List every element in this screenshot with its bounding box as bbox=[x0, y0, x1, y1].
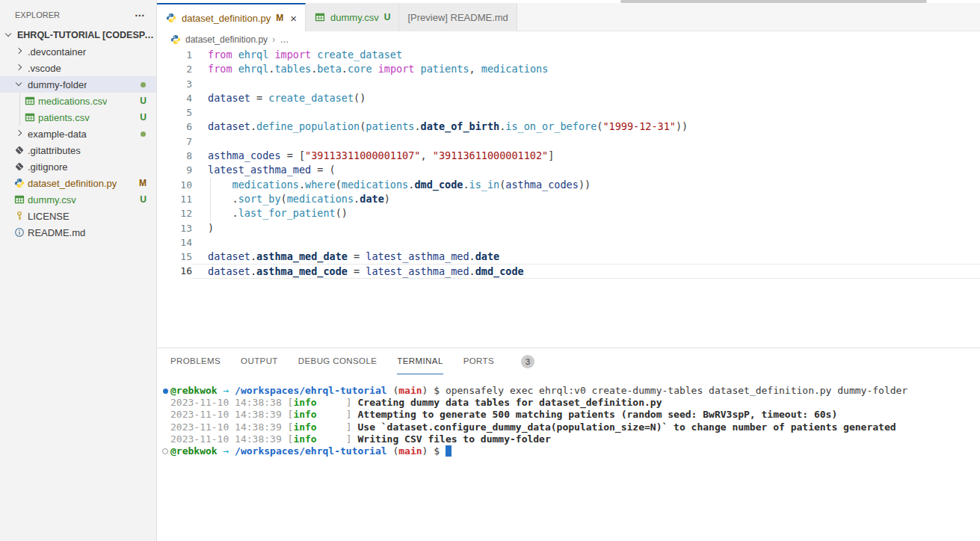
panel-tab-ports[interactable]: PORTS bbox=[463, 348, 494, 374]
tree-item-gitignore[interactable]: .gitignore bbox=[0, 158, 156, 175]
code-line-5[interactable]: 5 bbox=[157, 105, 980, 120]
csv-icon bbox=[24, 95, 36, 107]
tree-item-readme-md[interactable]: README.md bbox=[0, 224, 156, 241]
code-line-content[interactable]: .sort_by(medications.date) bbox=[192, 192, 980, 206]
python-icon bbox=[170, 34, 182, 46]
tab-preview-readme-md[interactable]: [Preview] README.md bbox=[399, 3, 517, 31]
code-line-content[interactable]: ) bbox=[192, 221, 980, 235]
code-line-content[interactable]: dataset.asthma_med_date = latest_asthma_… bbox=[192, 250, 980, 264]
code-line-1[interactable]: 1from ehrql import create_dataset bbox=[157, 48, 980, 62]
terminal-cursor bbox=[446, 445, 452, 457]
indent-guide bbox=[19, 93, 20, 109]
code-line-11[interactable]: 11 .sort_by(medications.date) bbox=[157, 192, 980, 206]
line-number: 15 bbox=[157, 250, 192, 264]
tree-item-label: README.md bbox=[28, 227, 85, 238]
terminal-line-6[interactable]: @rebkwok → /workspaces/ehrql-tutorial (m… bbox=[160, 445, 980, 457]
tree-item-dummy-folder[interactable]: dummy-folder bbox=[0, 76, 156, 93]
code-line-content[interactable]: from ehrql.tables.beta.core import patie… bbox=[192, 62, 980, 76]
code-line-content[interactable]: .last_for_patient() bbox=[192, 206, 980, 220]
tree-item-license[interactable]: LICENSE bbox=[0, 208, 156, 224]
panel-tab-terminal[interactable]: TERMINAL bbox=[397, 348, 443, 374]
line-number: 4 bbox=[157, 91, 192, 105]
tree-item-devcontainer[interactable]: .devcontainer bbox=[0, 43, 156, 60]
line-number: 11 bbox=[157, 192, 192, 206]
code-line-7[interactable]: 7 bbox=[157, 135, 980, 149]
code-line-2[interactable]: 2from ehrql.tables.beta.core import pati… bbox=[157, 62, 980, 76]
code-line-16[interactable]: 16dataset.asthma_med_code = latest_asthm… bbox=[157, 264, 980, 278]
info-icon bbox=[13, 226, 25, 238]
code-line-9[interactable]: 9latest_asthma_med = ( bbox=[157, 163, 980, 177]
tree-item-dataset-definition-py[interactable]: dataset_definition.pyM bbox=[0, 175, 156, 191]
tab-bar-scrollbar[interactable] bbox=[620, 0, 927, 3]
code-line-content[interactable] bbox=[192, 235, 980, 250]
code-line-content[interactable]: asthma_codes = ["39113311000001107", "39… bbox=[192, 149, 980, 163]
tree-item-label: dummy.csv bbox=[28, 194, 76, 205]
key-icon bbox=[13, 210, 25, 222]
code-editor[interactable]: 1from ehrql import create_dataset2from e… bbox=[157, 47, 980, 347]
chevron-right-icon[interactable] bbox=[13, 128, 25, 140]
code-line-8[interactable]: 8asthma_codes = ["39113311000001107", "3… bbox=[157, 149, 980, 163]
terminal-line-text: @rebkwok → /workspaces/ehrql-tutorial (m… bbox=[170, 445, 980, 457]
git-status-badge: U bbox=[140, 112, 147, 123]
chevron-down-icon[interactable] bbox=[3, 29, 15, 41]
close-icon[interactable]: × bbox=[290, 13, 297, 24]
terminal-line-2[interactable]: 2023-11-10 14:38:38 [info ] Creating dum… bbox=[160, 397, 980, 409]
code-line-content[interactable]: dataset = create_dataset() bbox=[192, 91, 980, 105]
command-ran-dot-icon bbox=[160, 385, 170, 397]
line-number: 8 bbox=[157, 149, 192, 163]
terminal-line-4[interactable]: 2023-11-10 14:38:39 [info ] Use `dataset… bbox=[160, 421, 980, 433]
tab-dataset-definition-py[interactable]: dataset_definition.pyM× bbox=[157, 3, 306, 31]
terminal-line-text: 2023-11-10 14:38:39 [info ] Use `dataset… bbox=[170, 421, 980, 433]
tab-dummy-csv[interactable]: dummy.csvU bbox=[306, 3, 399, 31]
terminal[interactable]: @rebkwok → /workspaces/ehrql-tutorial (m… bbox=[157, 374, 980, 541]
csv-icon bbox=[24, 111, 36, 123]
tree-item-label: dummy-folder bbox=[28, 79, 87, 90]
csv-icon bbox=[13, 194, 25, 205]
git-modified-dot-icon bbox=[141, 82, 146, 87]
breadcrumb-collapsed[interactable]: … bbox=[280, 34, 289, 45]
code-line-content[interactable]: dataset.asthma_med_code = latest_asthma_… bbox=[192, 264, 980, 278]
panel-tab-output[interactable]: OUTPUT bbox=[241, 348, 278, 374]
tree-item-label: .vscode bbox=[28, 63, 61, 74]
code-line-content[interactable]: medications.where(medications.dmd_code.i… bbox=[192, 178, 980, 192]
terminal-line-text: 2023-11-10 14:38:38 [info ] Creating dum… bbox=[170, 397, 980, 409]
code-line-14[interactable]: 14 bbox=[157, 235, 980, 250]
indent-guide bbox=[19, 109, 20, 126]
terminal-line-5[interactable]: 2023-11-10 14:38:39 [info ] Writing CSV … bbox=[160, 433, 980, 445]
terminal-line-3[interactable]: 2023-11-10 14:38:39 [info ] Attempting t… bbox=[160, 409, 980, 421]
tree-item-example-data[interactable]: example-data bbox=[0, 126, 156, 142]
editor-group: dataset_definition.pyM×dummy.csvU[Previe… bbox=[157, 0, 980, 541]
code-line-12[interactable]: 12 .last_for_patient() bbox=[157, 206, 980, 220]
breadcrumb-file[interactable]: dataset_definition.py bbox=[185, 34, 268, 45]
tree-item-dummy-csv[interactable]: dummy.csvU bbox=[0, 191, 156, 208]
code-line-content[interactable]: latest_asthma_med = ( bbox=[192, 163, 980, 177]
code-line-content[interactable] bbox=[192, 135, 980, 149]
tree-item-vscode[interactable]: .vscode bbox=[0, 60, 156, 76]
code-line-4[interactable]: 4dataset = create_dataset() bbox=[157, 91, 980, 105]
code-line-3[interactable]: 3 bbox=[157, 77, 980, 91]
chevron-right-icon[interactable] bbox=[13, 62, 25, 74]
code-line-15[interactable]: 15dataset.asthma_med_date = latest_asthm… bbox=[157, 250, 980, 264]
panel-tab-debug-console[interactable]: DEBUG CONSOLE bbox=[298, 348, 377, 374]
tree-item-medications-csv[interactable]: medications.csvU bbox=[0, 93, 156, 109]
tree-item-label: dataset_definition.py bbox=[28, 178, 117, 189]
tree-item-label: EHRQL-TUTORIAL [CODESPACES:... bbox=[17, 30, 156, 40]
panel-tab-problems[interactable]: PROBLEMS bbox=[170, 348, 221, 374]
terminal-line-1[interactable]: @rebkwok → /workspaces/ehrql-tutorial (m… bbox=[160, 385, 980, 397]
code-line-content[interactable] bbox=[192, 105, 980, 120]
chevron-down-icon[interactable] bbox=[13, 78, 25, 90]
tree-item-gitattributes[interactable]: .gitattributes bbox=[0, 142, 156, 158]
tree-item-patients-csv[interactable]: patients.csvU bbox=[0, 109, 156, 126]
tree-item-ehrql-tutorial-codespaces[interactable]: EHRQL-TUTORIAL [CODESPACES:... bbox=[0, 27, 156, 43]
line-number: 9 bbox=[157, 163, 192, 177]
code-line-13[interactable]: 13) bbox=[157, 221, 980, 235]
ports-count-badge[interactable]: 3 bbox=[521, 355, 534, 368]
more-actions-icon[interactable]: ⋯ bbox=[135, 12, 146, 18]
chevron-right-icon[interactable] bbox=[13, 46, 25, 58]
code-line-content[interactable]: from ehrql import create_dataset bbox=[192, 48, 980, 62]
code-line-6[interactable]: 6dataset.define_population(patients.date… bbox=[157, 120, 980, 134]
code-line-content[interactable]: dataset.define_population(patients.date_… bbox=[192, 120, 980, 134]
code-line-content[interactable] bbox=[192, 77, 980, 91]
code-line-10[interactable]: 10 medications.where(medications.dmd_cod… bbox=[157, 178, 980, 192]
git-status-badge: M bbox=[139, 178, 147, 188]
